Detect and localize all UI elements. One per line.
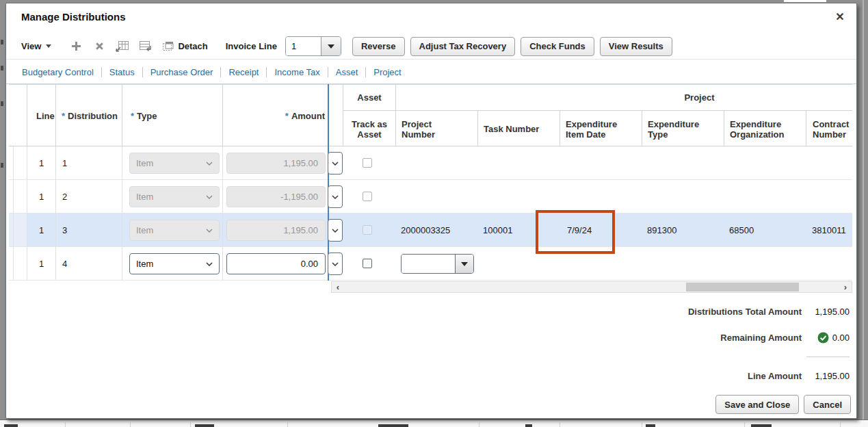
tab-income-tax[interactable]: Income Tax bbox=[267, 67, 327, 77]
group-label: Project bbox=[684, 92, 714, 103]
project-number-input[interactable] bbox=[402, 255, 455, 273]
amount-value: 0.00 bbox=[301, 259, 318, 269]
header-label: Line bbox=[36, 111, 55, 121]
background-gridline bbox=[287, 422, 288, 427]
gridline bbox=[13, 180, 14, 213]
background-gridline bbox=[840, 422, 841, 427]
row-detail-chevron-button[interactable] bbox=[328, 185, 343, 208]
cancel-button[interactable]: Cancel bbox=[804, 395, 851, 414]
cell-distribution: 2 bbox=[56, 180, 122, 213]
group-label: Asset bbox=[357, 92, 381, 103]
adjust-tax-recovery-button[interactable]: Adjust Tax Recovery bbox=[410, 37, 516, 56]
toolbar: View bbox=[6, 34, 856, 60]
cell-line: 1 bbox=[27, 146, 56, 179]
delete-row-icon[interactable] bbox=[92, 40, 106, 53]
table-row[interactable]: 1 1 Item 1,195.00 bbox=[9, 146, 852, 180]
background-gridline bbox=[130, 422, 131, 427]
row-detail-chevron-button[interactable] bbox=[328, 152, 343, 174]
amount-input[interactable]: 1,195.00 bbox=[226, 153, 326, 174]
type-select-value: Item bbox=[136, 259, 153, 269]
table-row[interactable]: 1 4 Item 0.00 bbox=[9, 247, 852, 281]
table-row-selected[interactable]: 1 3 Item 1,195.00 2000003325 100001 7/9/… bbox=[9, 214, 852, 247]
tab-project[interactable]: Project bbox=[366, 67, 408, 77]
success-check-icon bbox=[817, 332, 829, 344]
background-gridline bbox=[190, 422, 191, 427]
amount-input[interactable]: 1,195.00 bbox=[226, 220, 326, 241]
track-as-asset-checkbox[interactable] bbox=[363, 225, 372, 235]
detach-button[interactable]: Detach bbox=[162, 41, 207, 51]
detach-icon bbox=[162, 41, 174, 51]
tab-budgetary-control[interactable]: Budgetary Control bbox=[14, 67, 101, 77]
cell-contract-number: 3810011 bbox=[806, 214, 852, 246]
table-row[interactable]: 1 2 Item -1,195.00 bbox=[9, 180, 852, 214]
remaining-amount-label: Remaining Amount bbox=[720, 333, 802, 343]
freeze-icon[interactable] bbox=[116, 40, 129, 53]
column-header-task-number: Task Number bbox=[477, 111, 560, 147]
tab-asset[interactable]: Asset bbox=[328, 67, 366, 77]
scroll-left-icon[interactable]: ‹ bbox=[333, 282, 343, 292]
tab-receipt[interactable]: Receipt bbox=[221, 67, 266, 77]
amount-value: 1,195.00 bbox=[283, 225, 318, 235]
scrollbar-thumb[interactable] bbox=[686, 283, 799, 292]
tab-purchase-order[interactable]: Purchase Order bbox=[143, 67, 221, 77]
invoice-line-label: Invoice Line bbox=[226, 41, 277, 51]
cell-expenditure-organization: 68500 bbox=[724, 214, 806, 246]
close-icon[interactable]: ✕ bbox=[833, 10, 847, 24]
view-menu-label: View bbox=[21, 41, 41, 51]
background-gridline bbox=[479, 422, 479, 427]
amount-value: -1,195.00 bbox=[280, 192, 318, 202]
subtab-bar: Budgetary Control Status Purchase Order … bbox=[6, 60, 856, 84]
manage-distributions-dialog: Manage Distributions ✕ View bbox=[5, 3, 857, 419]
chevron-down-icon bbox=[328, 44, 334, 49]
track-as-asset-checkbox[interactable] bbox=[363, 158, 372, 168]
amount-input[interactable]: -1,195.00 bbox=[226, 186, 326, 207]
column-header-expenditure-item-date: Expenditure Item Date bbox=[560, 111, 642, 147]
frozen-pane-divider[interactable] bbox=[328, 84, 329, 281]
row-header-cell bbox=[9, 180, 27, 213]
header-label: Expenditure Item Date bbox=[566, 119, 627, 140]
column-header-contract-number: Contract Number bbox=[806, 111, 852, 147]
save-and-close-button[interactable]: Save and Close bbox=[715, 395, 799, 414]
track-as-asset-checkbox[interactable] bbox=[363, 259, 372, 268]
add-row-icon[interactable] bbox=[69, 40, 83, 53]
type-select[interactable]: Item bbox=[129, 153, 220, 174]
check-funds-button[interactable]: Check Funds bbox=[521, 37, 594, 56]
type-select[interactable]: Item bbox=[129, 253, 220, 274]
row-detail-chevron-button[interactable] bbox=[328, 219, 343, 242]
background-artifact bbox=[195, 424, 214, 427]
track-as-asset-checkbox[interactable] bbox=[363, 192, 372, 201]
row-header-cell bbox=[9, 146, 27, 179]
background-artifact bbox=[1, 163, 3, 168]
type-select[interactable]: Item bbox=[129, 220, 220, 241]
dialog-title: Manage Distributions bbox=[21, 11, 126, 23]
project-number-dropdown-button[interactable] bbox=[455, 255, 473, 273]
invoice-line-dropdown-button[interactable] bbox=[321, 37, 341, 55]
distributions-table: Line * Distribution * Type * Amount Asse… bbox=[9, 84, 852, 281]
tab-status[interactable]: Status bbox=[102, 67, 142, 77]
column-header-expenditure-type: Expenditure Type bbox=[642, 111, 724, 147]
row-detail-chevron-button[interactable] bbox=[328, 253, 343, 275]
horizontal-scrollbar[interactable]: ‹ › bbox=[331, 281, 852, 293]
reverse-button[interactable]: Reverse bbox=[352, 37, 405, 56]
background-gridline bbox=[65, 422, 66, 427]
type-select-value: Item bbox=[136, 158, 153, 168]
chevron-down-icon bbox=[332, 262, 339, 266]
summary-divider bbox=[806, 357, 850, 357]
view-results-button[interactable]: View Results bbox=[600, 37, 672, 56]
background-artifact bbox=[525, 424, 532, 427]
type-select[interactable]: Item bbox=[129, 186, 220, 207]
annotation-highlight-box bbox=[536, 210, 615, 254]
view-menu-button[interactable]: View bbox=[21, 41, 51, 51]
wrap-icon[interactable] bbox=[139, 40, 153, 53]
amount-input[interactable]: 0.00 bbox=[226, 253, 326, 274]
cell-distribution: 4 bbox=[56, 247, 122, 280]
header-label: Type bbox=[137, 111, 157, 121]
cell-line: 1 bbox=[27, 180, 56, 213]
table-header: Line * Distribution * Type * Amount Asse… bbox=[9, 84, 852, 146]
cell-distribution: 1 bbox=[56, 146, 122, 179]
background-artifact bbox=[378, 424, 408, 427]
scroll-right-icon[interactable]: › bbox=[841, 282, 850, 292]
line-amount-label: Line Amount bbox=[748, 371, 802, 381]
invoice-line-value[interactable]: 1 bbox=[286, 37, 321, 55]
background-artifact bbox=[751, 424, 772, 427]
